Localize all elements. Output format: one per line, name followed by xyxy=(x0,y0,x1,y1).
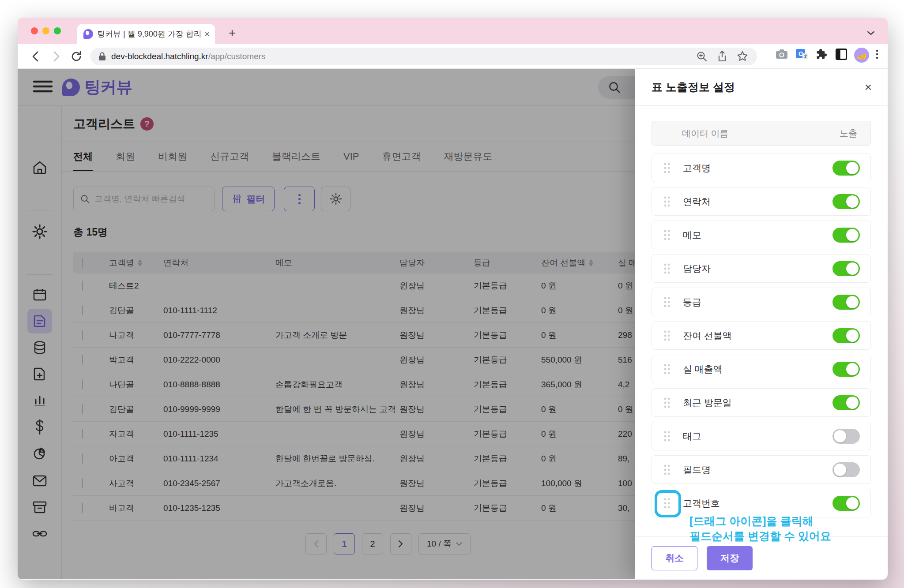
url-text: dev-blockdeal.hatchling.kr/app/customers xyxy=(111,52,266,61)
field-visibility-item: 태그 xyxy=(652,422,871,450)
maximize-window-button[interactable] xyxy=(54,27,61,34)
new-tab-button[interactable]: + xyxy=(225,26,239,41)
visibility-toggle[interactable] xyxy=(832,328,860,343)
visibility-toggle[interactable] xyxy=(832,395,860,410)
browser-menu-icon[interactable] xyxy=(875,48,879,63)
visibility-toggle[interactable] xyxy=(832,228,860,243)
drag-handle-icon[interactable] xyxy=(663,463,671,476)
profile-avatar[interactable] xyxy=(854,48,869,63)
field-label: 연락처 xyxy=(683,195,711,208)
site-favicon-icon xyxy=(83,29,93,39)
close-window-button[interactable] xyxy=(31,27,38,34)
field-visibility-item: 연락처 xyxy=(652,187,871,216)
table-display-settings-panel: 표 노출정보 설정 × 데이터 이름 노출 고객명 연락처 메모 담당자 xyxy=(635,69,888,579)
field-visibility-item: 실 매출액 xyxy=(652,355,871,383)
visibility-toggle[interactable] xyxy=(832,194,860,209)
drag-handle-icon[interactable] xyxy=(663,228,671,242)
field-label: 고객번호 xyxy=(683,497,720,509)
drag-handle-icon[interactable] xyxy=(663,430,671,443)
share-icon[interactable] xyxy=(716,50,729,65)
field-label: 고객명 xyxy=(683,162,711,174)
visibility-toggle[interactable] xyxy=(832,362,860,377)
drag-handle-icon[interactable] xyxy=(663,329,671,342)
visibility-toggle[interactable] xyxy=(832,429,860,444)
panel-title: 표 노출정보 설정 xyxy=(652,80,735,94)
field-visibility-item: 고객명 xyxy=(652,154,871,182)
visibility-toggle[interactable] xyxy=(832,161,860,176)
drag-handle-icon[interactable] xyxy=(663,161,671,175)
reload-button[interactable] xyxy=(70,50,83,63)
drag-hint-tooltip: [드래그 아이콘]을 클릭해 필드순서를 변경할 수 있어요 xyxy=(689,513,831,543)
app-viewport: 팅커뷰 xyxy=(18,69,888,579)
field-label: 등급 xyxy=(683,296,701,308)
tab-list-chevron-icon[interactable] xyxy=(866,30,875,38)
extensions-puzzle-icon[interactable] xyxy=(815,48,829,63)
cancel-button[interactable]: 취소 xyxy=(652,546,697,570)
field-label: 태그 xyxy=(683,430,701,442)
field-label: 최근 방문일 xyxy=(683,397,732,409)
field-visibility-item: 등급 xyxy=(652,288,871,316)
field-visibility-item: 필드명 xyxy=(652,455,871,484)
visibility-toggle[interactable] xyxy=(832,295,860,310)
drag-handle-icon[interactable] xyxy=(663,363,671,376)
translate-icon[interactable]: G xyxy=(795,48,809,63)
tab-title: 팅커뷰 | 월 9,900원 가장 합리적인 xyxy=(97,29,200,39)
visibility-toggle[interactable] xyxy=(832,261,860,276)
visibility-toggle[interactable] xyxy=(832,462,860,477)
browser-toolbar: dev-blockdeal.hatchling.kr/app/customers… xyxy=(18,44,888,69)
tab-close-icon[interactable]: × xyxy=(204,29,210,39)
lock-icon xyxy=(98,52,106,61)
column-visible-label: 노출 xyxy=(840,127,857,139)
bookmark-star-icon[interactable] xyxy=(736,50,749,65)
drag-handle-icon[interactable] xyxy=(663,296,671,309)
address-bar[interactable]: dev-blockdeal.hatchling.kr/app/customers xyxy=(90,48,757,65)
browser-window: 팅커뷰 | 월 9,900원 가장 합리적인 × + dev-blockdeal… xyxy=(18,18,888,580)
field-label: 실 매출액 xyxy=(683,363,723,375)
column-name-label: 데이터 이름 xyxy=(682,127,729,139)
forward-button[interactable] xyxy=(49,50,63,63)
browser-titlebar: 팅커뷰 | 월 9,900원 가장 합리적인 × + xyxy=(18,18,888,44)
sidebar-toggle-icon[interactable] xyxy=(835,48,848,63)
drag-icon-highlight xyxy=(655,490,681,517)
drag-handle-icon[interactable] xyxy=(663,195,671,208)
browser-tab[interactable]: 팅커뷰 | 월 9,900원 가장 합리적인 × xyxy=(77,24,215,44)
panel-list-header: 데이터 이름 노출 xyxy=(652,121,871,146)
field-label: 메모 xyxy=(683,229,701,241)
field-visibility-item: 최근 방문일 xyxy=(652,388,871,417)
field-label: 담당자 xyxy=(683,262,711,275)
drag-handle-icon[interactable] xyxy=(663,396,671,409)
minimize-window-button[interactable] xyxy=(42,27,49,34)
save-button[interactable]: 저장 xyxy=(707,546,753,570)
panel-close-icon[interactable]: × xyxy=(865,81,872,94)
back-button[interactable] xyxy=(29,50,42,63)
field-label: 잔여 선불액 xyxy=(683,330,732,342)
field-label: 필드명 xyxy=(683,464,711,476)
field-visibility-item: 담당자 xyxy=(652,254,871,283)
field-visibility-item: 메모 xyxy=(652,221,871,249)
field-visibility-item: 잔여 선불액 xyxy=(652,321,871,350)
visibility-toggle[interactable] xyxy=(832,496,860,511)
screenshot-camera-icon[interactable] xyxy=(775,48,789,63)
drag-handle-icon[interactable] xyxy=(663,262,671,275)
zoom-icon[interactable] xyxy=(695,50,708,65)
